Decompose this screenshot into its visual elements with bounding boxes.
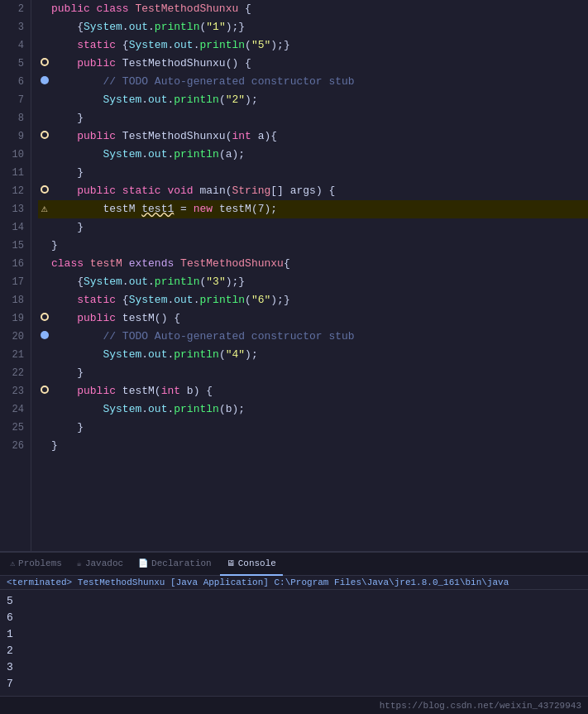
console-tab-icon: 🖥 — [227, 558, 235, 568]
line-number: 21 — [3, 346, 24, 364]
code-content: } — [51, 237, 58, 255]
breakpoint-outline[interactable] — [41, 313, 49, 321]
line-number: 22 — [3, 364, 24, 382]
code-line: } — [38, 109, 588, 127]
code-content: public TestMethodShunxu(int a){ — [51, 127, 277, 146]
line-number: 24 — [3, 400, 24, 419]
breakpoint-outline[interactable] — [41, 131, 49, 139]
tab-javadoc[interactable]: ☕Javadoc — [70, 553, 130, 576]
code-content: } — [51, 437, 58, 455]
code-content: testM test1 = new testM(7); — [51, 200, 277, 218]
code-content: } — [51, 164, 84, 182]
console-header: <terminated> TestMethodShunxu [Java Appl… — [0, 576, 588, 590]
line-number: 2 — [3, 0, 24, 18]
tab-console[interactable]: 🖥Console — [220, 553, 283, 576]
line-number: 19 — [3, 309, 24, 328]
console-output-line: 1 — [7, 626, 581, 643]
code-line: public testM(int b) { — [38, 382, 588, 400]
code-line: } — [38, 237, 588, 255]
code-line: {System.out.println("1");} — [38, 18, 588, 36]
breakpoint-blue[interactable] — [41, 76, 49, 84]
code-line: System.out.println("2"); — [38, 91, 588, 109]
code-content: } — [51, 364, 84, 382]
gutter — [38, 382, 51, 400]
code-content: {System.out.println("3");} — [51, 273, 245, 291]
code-content: // TODO Auto-generated constructor stub — [51, 328, 355, 346]
code-content: static {System.out.println("5");} — [51, 36, 290, 55]
code-line: } — [38, 419, 588, 437]
line-number: 7 — [3, 91, 24, 109]
problems-tab-icon: ⚠ — [10, 558, 15, 568]
code-line: } — [38, 364, 588, 382]
problems-tab-label: Problems — [18, 558, 62, 568]
tab-declaration[interactable]: 📄Declaration — [131, 553, 218, 576]
code-line: public TestMethodShunxu() { — [38, 55, 588, 73]
line-number: 9 — [3, 127, 24, 146]
gutter — [38, 73, 51, 91]
gutter — [38, 309, 51, 328]
gutter — [38, 328, 51, 346]
code-content: // TODO Auto-generated constructor stub — [51, 73, 355, 91]
code-content: {System.out.println("1");} — [51, 18, 245, 36]
code-line: System.out.println(a); — [38, 146, 588, 164]
code-line: static {System.out.println("5");} — [38, 36, 588, 55]
tab-problems[interactable]: ⚠Problems — [3, 553, 69, 576]
code-content: } — [51, 218, 84, 237]
code-line: ⚠ testM test1 = new testM(7); — [38, 200, 588, 218]
code-content: static {System.out.println("6");} — [51, 291, 290, 309]
line-number: 14 — [3, 218, 24, 237]
console-output-line: 7 — [7, 676, 581, 692]
line-number: 20 — [3, 328, 24, 346]
code-content: public TestMethodShunxu() { — [51, 55, 251, 73]
code-content: public testM(int b) { — [51, 382, 213, 400]
line-number: 16 — [3, 255, 24, 273]
code-line: System.out.println("4"); — [38, 346, 588, 364]
breakpoint-outline[interactable] — [41, 386, 49, 394]
code-line: static {System.out.println("6");} — [38, 291, 588, 309]
line-number: 26 — [3, 437, 24, 455]
line-number: 13 — [3, 200, 24, 218]
breakpoint-blue[interactable] — [41, 331, 49, 339]
code-line: } — [38, 218, 588, 237]
code-lines[interactable]: public class TestMethodShunxu { {System.… — [31, 0, 588, 551]
code-line: {System.out.println("3");} — [38, 273, 588, 291]
line-number: 25 — [3, 419, 24, 437]
line-number: 10 — [3, 146, 24, 164]
breakpoint-outline[interactable] — [41, 185, 49, 194]
code-line: } — [38, 437, 588, 455]
console-output: 561237 — [0, 590, 588, 696]
gutter — [38, 182, 51, 200]
javadoc-tab-icon: ☕ — [77, 558, 82, 568]
breakpoint-warning[interactable]: ⚠ — [39, 204, 50, 215]
line-number: 4 — [3, 36, 24, 55]
code-line: } — [38, 164, 588, 182]
console-output-line: 6 — [7, 610, 581, 626]
tabs-bar: ⚠Problems☕Javadoc📄Declaration🖥Console — [0, 553, 588, 576]
console-output-line: 2 — [7, 643, 581, 659]
code-line: public testM() { — [38, 309, 588, 328]
declaration-tab-icon: 📄 — [138, 558, 148, 568]
declaration-tab-label: Declaration — [151, 558, 212, 568]
code-line: public TestMethodShunxu(int a){ — [38, 127, 588, 146]
console-output-line: 5 — [7, 593, 581, 610]
javadoc-tab-label: Javadoc — [85, 558, 123, 568]
status-url: https://blog.csdn.net/weixin_43729943 — [380, 701, 581, 711]
code-content: System.out.println("2"); — [51, 91, 258, 109]
bottom-panel: ⚠Problems☕Javadoc📄Declaration🖥Console <t… — [0, 551, 588, 714]
breakpoint-outline[interactable] — [41, 58, 49, 66]
editor-area: 2345678910111213141516171819202122232425… — [0, 0, 588, 551]
gutter — [38, 55, 51, 73]
console-output-line: 3 — [7, 659, 581, 676]
line-number: 23 — [3, 382, 24, 400]
code-content: } — [51, 419, 84, 437]
line-number: 15 — [3, 237, 24, 255]
status-bar: https://blog.csdn.net/weixin_43729943 — [0, 696, 588, 714]
line-number: 17 — [3, 273, 24, 291]
line-number: 6 — [3, 73, 24, 91]
code-content: System.out.println(a); — [51, 146, 245, 164]
line-number: 11 — [3, 164, 24, 182]
code-content: public static void main(String[] args) { — [51, 182, 335, 200]
console-tab-label: Console — [238, 558, 276, 568]
code-line: System.out.println(b); — [38, 400, 588, 419]
code-line: public static void main(String[] args) { — [38, 182, 588, 200]
